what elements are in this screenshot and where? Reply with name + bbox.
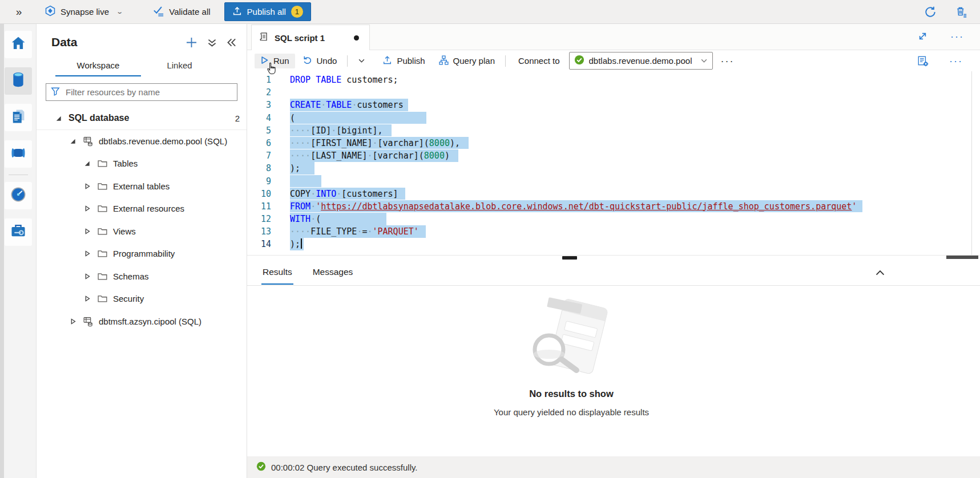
run-button[interactable]: Run <box>255 54 295 68</box>
top-command-bar: » Synapse live ⌄ Validate all Publish al… <box>0 0 980 24</box>
mode-switcher[interactable]: Synapse live ⌄ <box>37 5 130 19</box>
tree-item[interactable]: External resources <box>37 197 247 220</box>
nav-develop[interactable] <box>5 104 32 131</box>
tree-item-count: 2 <box>235 114 247 123</box>
code-editor[interactable]: 1DROP TABLE customers;23CREATE·TABLE·cus… <box>247 71 980 255</box>
database-icon <box>83 136 94 147</box>
code-line[interactable]: 9 <box>247 175 980 188</box>
collapse-results-icon[interactable] <box>875 268 885 278</box>
expand-arrow-icon[interactable] <box>84 250 91 257</box>
code-line[interactable]: 3CREATE·TABLE·customers <box>247 99 980 111</box>
tree-item-label: dbtmsft.azsyn.cipool (SQL) <box>99 317 201 326</box>
collapse-arrow-icon[interactable] <box>84 160 91 167</box>
code-line[interactable]: 11FROM·'https://dbtlabsynapsedatalake.bl… <box>247 200 980 213</box>
tree-item-label: Security <box>113 294 144 303</box>
code-line[interactable]: 8); <box>247 162 980 175</box>
code-line[interactable]: 14); <box>247 238 980 250</box>
tree-item[interactable]: Tables <box>37 152 247 175</box>
pool-select[interactable]: dbtlabs.revenue.demo.pool <box>569 52 713 70</box>
editor-more-icon[interactable]: ··· <box>943 58 969 64</box>
undo-button[interactable]: Undo <box>297 53 343 68</box>
no-results-illustration <box>510 294 633 379</box>
script-properties-icon[interactable] <box>917 55 929 67</box>
code-line[interactable]: 12WITH·( <box>247 213 980 225</box>
run-label: Run <box>273 56 289 66</box>
expand-rail-chevrons-icon[interactable]: » <box>0 6 37 18</box>
tree-item-label: Programmability <box>113 249 175 258</box>
folder-icon <box>97 293 108 304</box>
expand-arrow-icon[interactable] <box>84 205 91 212</box>
collapse-panel-icon[interactable] <box>227 38 236 47</box>
results-body: No results to show Your query yielded no… <box>247 286 980 456</box>
resource-tree: SQL database2dbtlabs.revenue.demo.pool (… <box>37 107 247 333</box>
collapse-arrow-icon[interactable] <box>55 115 62 121</box>
expand-arrow-icon[interactable] <box>84 183 91 189</box>
tree-item[interactable]: Security <box>37 287 247 310</box>
add-resource-icon[interactable] <box>185 37 197 48</box>
tab-messages[interactable]: Messages <box>312 261 354 285</box>
code-line[interactable]: 7····[LAST_NAME]·[varchar](8000) <box>247 149 980 162</box>
code-line[interactable]: 5····[ID]·[bigint], <box>247 124 980 137</box>
left-nav-rail <box>0 24 37 478</box>
expand-editor-icon[interactable] <box>918 31 927 41</box>
undo-redo-dropdown[interactable] <box>352 55 371 67</box>
code-line[interactable]: 4( <box>247 112 980 124</box>
sql-script-icon <box>259 31 269 44</box>
editor-scrollbar-track[interactable] <box>971 71 972 255</box>
success-check-icon <box>256 461 266 473</box>
nav-data[interactable] <box>5 67 32 95</box>
code-line[interactable]: 10COPY·INTO·[customers] <box>247 188 980 200</box>
tree-item[interactable]: Schemas <box>37 265 247 288</box>
validate-icon <box>153 5 164 19</box>
code-line[interactable]: 1DROP TABLE customers; <box>247 74 980 86</box>
filter-input[interactable] <box>64 87 232 98</box>
line-number: 12 <box>247 213 271 225</box>
connect-to-label: Connect to <box>518 56 560 66</box>
database-icon <box>83 316 94 327</box>
line-number: 1 <box>247 74 271 86</box>
nav-home[interactable] <box>5 31 32 58</box>
toolbar-separator <box>347 55 348 67</box>
tree-item-label: External tables <box>113 181 170 191</box>
line-number: 8 <box>247 162 271 175</box>
nav-monitor[interactable] <box>5 182 32 209</box>
expand-arrow-icon[interactable] <box>70 318 76 325</box>
tab-more-icon[interactable]: ··· <box>945 34 970 39</box>
chevron-down-icon: ⌄ <box>116 8 123 15</box>
tree-item[interactable]: External tables <box>37 175 247 198</box>
code-line[interactable]: 2 <box>247 86 980 99</box>
expand-arrow-icon[interactable] <box>84 228 91 234</box>
tab-results[interactable]: Results <box>261 261 293 285</box>
results-tabs: Results Messages <box>247 260 980 286</box>
collapse-all-icon[interactable] <box>207 38 217 47</box>
expand-arrow-icon[interactable] <box>84 295 91 302</box>
validate-all-button[interactable]: Validate all <box>145 5 218 19</box>
refresh-icon[interactable] <box>924 6 937 18</box>
collapse-arrow-icon[interactable] <box>70 138 76 144</box>
line-number: 2 <box>247 86 271 99</box>
tree-item[interactable]: SQL database2 <box>37 107 247 130</box>
code-line[interactable]: 13····FILE_TYPE·=·'PARQUET' <box>247 225 980 238</box>
publish-all-button[interactable]: Publish all 1 <box>224 2 311 21</box>
tree-item[interactable]: Programmability <box>37 242 247 265</box>
tree-item[interactable]: Views <box>37 220 247 243</box>
code-line[interactable]: 6····[FIRST_NAME]·[varchar](8000), <box>247 137 980 149</box>
tree-item[interactable]: dbtlabs.revenue.demo.pool (SQL) <box>37 130 247 153</box>
line-number: 9 <box>247 175 271 188</box>
toolbar-more-icon[interactable]: ··· <box>715 58 740 64</box>
nav-manage[interactable] <box>5 218 32 246</box>
tab-sql-script-1[interactable]: SQL script 1 <box>251 25 370 50</box>
line-number: 13 <box>247 225 271 238</box>
nav-integrate[interactable] <box>5 140 32 168</box>
tree-item[interactable]: dbtmsft.azsyn.cipool (SQL) <box>37 310 247 333</box>
query-plan-button[interactable]: Query plan <box>433 53 501 69</box>
horizontal-scrollbar-thumb[interactable] <box>946 256 978 259</box>
line-number: 4 <box>247 112 271 124</box>
tab-linked[interactable]: Linked <box>141 56 218 76</box>
discard-all-icon[interactable] <box>955 6 967 18</box>
expand-arrow-icon[interactable] <box>84 273 91 279</box>
tab-workspace[interactable]: Workspace <box>55 56 141 76</box>
tree-item-label: External resources <box>113 204 184 213</box>
tree-item-label: Schemas <box>113 272 149 281</box>
publish-button[interactable]: Publish <box>377 53 430 69</box>
